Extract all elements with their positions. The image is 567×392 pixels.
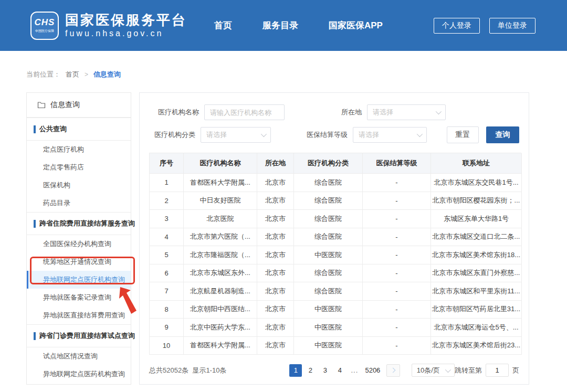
medical-institution-name-input[interactable]: [204, 104, 285, 120]
sidebar-menu-item[interactable]: 定点零售药店: [27, 158, 131, 176]
cell-address: 北京市东城区交道口北二条...: [431, 228, 522, 247]
cell-category: 中医医院: [294, 301, 363, 319]
name-field-label: 医疗机构名称: [149, 108, 199, 117]
cell-index: 10: [150, 337, 184, 355]
page-number-button[interactable]: 1: [289, 364, 302, 377]
breadcrumb-separator-icon: >: [85, 71, 88, 78]
chevron-right-icon: [391, 368, 396, 373]
page-buttons: 1234...5206: [289, 364, 382, 377]
sidebar-section-header: 公共查询: [27, 118, 131, 141]
cell-address: 北京市朝阳区芍药居北里31...: [431, 301, 522, 319]
section-bar-icon: [34, 220, 36, 228]
page-number-button[interactable]: 4: [333, 364, 346, 377]
cell-settlement-level: -: [363, 264, 431, 283]
cell-address: 北京市东城区和平里东街11...: [431, 282, 522, 301]
chevron-down-icon: [445, 366, 451, 372]
sidebar-menu-item[interactable]: 药品目录: [27, 194, 131, 212]
cell-index: 6: [150, 264, 184, 283]
login-buttons: 个人登录单位登录: [434, 18, 536, 34]
sidebar-section-header: 跨省门诊费用直接结算试点查询: [27, 324, 131, 347]
jump-page-input[interactable]: [486, 364, 509, 377]
page-number-button[interactable]: ...: [348, 364, 361, 377]
sidebar-menu-item[interactable]: 试点地区情况查询: [27, 347, 131, 365]
sidebar-menu-item[interactable]: 医保机构: [27, 176, 131, 194]
table-row: 4 北京市第六医院（... 北京市 综合医院 - 北京市东城区交道口北二条...: [150, 228, 521, 247]
logo[interactable]: CHS 中国医疗保障 国家医保服务平台 fuwu.nhsa.gov.cn: [30, 12, 187, 40]
reset-button[interactable]: 重置: [447, 126, 479, 143]
cell-location: 北京市: [257, 210, 294, 228]
sidebar-menu-item[interactable]: 异地就医备案记录查询: [27, 289, 131, 306]
cell-location: 北京市: [257, 337, 294, 355]
cell-institution-name: 首都医科大学附属...: [184, 174, 257, 192]
cell-location: 北京市: [257, 246, 294, 264]
settlement-level-select[interactable]: 请选择: [353, 127, 427, 143]
sidebar-menu-item[interactable]: 定点医疗机构: [27, 141, 131, 158]
location-select-value: 请选择: [373, 108, 393, 117]
sidebar-menu-item[interactable]: 统筹地区开通情况查询: [27, 253, 131, 271]
level-field-label: 医保结算等级: [306, 130, 348, 140]
page-number-button[interactable]: 3: [319, 364, 331, 377]
cell-institution-name: 北京市第六医院（...: [184, 228, 257, 247]
results-table: 序号医疗机构名称所在地医疗机构分类医保结算等级联系地址 1 首都医科大学附属..…: [149, 153, 521, 355]
breadcrumb-current-link[interactable]: 信息查询: [93, 70, 121, 79]
chevron-down-icon: [261, 131, 267, 137]
cell-institution-name: 北京航星机器制造...: [184, 282, 257, 301]
cell-address: 北京市东城区东直门外察慈...: [431, 264, 522, 283]
cell-address: 东城区东单大华路1号: [431, 210, 522, 228]
category-select[interactable]: 请选择: [201, 127, 271, 143]
cell-category: 综合医院: [294, 192, 363, 210]
query-button[interactable]: 查询: [486, 126, 519, 143]
cell-address: 北京市东城区海运仓5号、...: [431, 319, 522, 337]
cell-index: 8: [150, 301, 184, 319]
cell-index: 9: [150, 319, 184, 337]
page-size-select[interactable]: 10条/页: [412, 364, 455, 377]
sidebar-section-cross-province-inpatient: 跨省住院费用直接结算服务查询 全国医保经办机构查询统筹地区开通情况查询异地联网定…: [27, 212, 131, 324]
page-number-button[interactable]: 5206: [363, 364, 382, 377]
section-title-label: 跨省住院费用直接结算服务查询: [39, 219, 135, 228]
cell-institution-name: 中日友好医院: [184, 192, 257, 210]
cell-institution-name: 北京中医药大学东...: [184, 319, 257, 337]
cell-settlement-level: -: [363, 246, 431, 264]
cell-location: 北京市: [257, 301, 294, 319]
page-size-value: 10条/页: [417, 366, 440, 375]
nav-item[interactable]: 国家医保APP: [329, 19, 383, 31]
table-header-cell: 医保结算等级: [363, 153, 431, 174]
cell-institution-name: 北京朝阳中西医结...: [184, 301, 257, 319]
cell-institution-name: 北京医院: [184, 210, 257, 228]
cell-category: 中医医院: [294, 246, 363, 264]
logo-badge-text: CHS: [35, 17, 55, 28]
location-select[interactable]: 请选择: [367, 104, 446, 120]
breadcrumb: 当前位置： 首页 > 信息查询: [26, 70, 567, 79]
total-count-text: 总共52052条 显示1-10条: [149, 366, 226, 375]
filter-row-1: 医疗机构名称 所在地 请选择: [149, 104, 519, 120]
cell-index: 4: [150, 228, 184, 247]
next-page-button[interactable]: [386, 364, 400, 377]
category-select-value: 请选择: [206, 130, 227, 140]
breadcrumb-home-link[interactable]: 首页: [66, 70, 79, 79]
login-button[interactable]: 单位登录: [489, 18, 536, 34]
table-header-cell: 所在地: [257, 153, 294, 174]
page-number-button[interactable]: 2: [304, 364, 317, 377]
location-field-label: 所在地: [317, 108, 362, 117]
sidebar-menu-item[interactable]: 异地就医直接结算费用查询: [27, 306, 131, 324]
nav-item[interactable]: 首页: [214, 19, 232, 31]
table-row: 8 北京朝阳中西医结... 北京市 中医医院 - 北京市朝阳区芍药居北里31..…: [150, 301, 521, 319]
sidebar-menu-item[interactable]: 异地联网定点医疗机构查询: [27, 271, 131, 289]
table-header-row: 序号医疗机构名称所在地医疗机构分类医保结算等级联系地址: [150, 153, 521, 174]
table-row: 9 北京中医药大学东... 北京市 中医医院 - 北京市东城区海运仓5号、...: [150, 319, 521, 337]
chevron-down-icon: [436, 109, 442, 114]
cell-address: 北京市东城区美术馆东街18...: [431, 246, 522, 264]
sidebar-menu-item[interactable]: 异地联网定点医药机构查询: [27, 365, 131, 383]
table-header-cell: 联系地址: [431, 153, 522, 174]
sidebar-menu-item[interactable]: 全国医保经办机构查询: [27, 235, 131, 253]
site-domain: fuwu.nhsa.gov.cn: [65, 29, 187, 38]
table-row: 6 北京市东城区东外... 北京市 综合医院 - 北京市东城区东直门外察慈...: [150, 264, 521, 283]
cell-location: 北京市: [257, 264, 294, 283]
nav-item[interactable]: 服务目录: [262, 19, 298, 31]
table-header-cell: 序号: [150, 153, 184, 174]
login-button[interactable]: 个人登录: [434, 18, 480, 34]
cell-category: 中医医院: [294, 319, 363, 337]
app-header: CHS 中国医疗保障 国家医保服务平台 fuwu.nhsa.gov.cn 首页服…: [0, 0, 567, 51]
table-header-cell: 医疗机构名称: [184, 153, 257, 174]
section-title-label: 公共查询: [39, 124, 67, 134]
